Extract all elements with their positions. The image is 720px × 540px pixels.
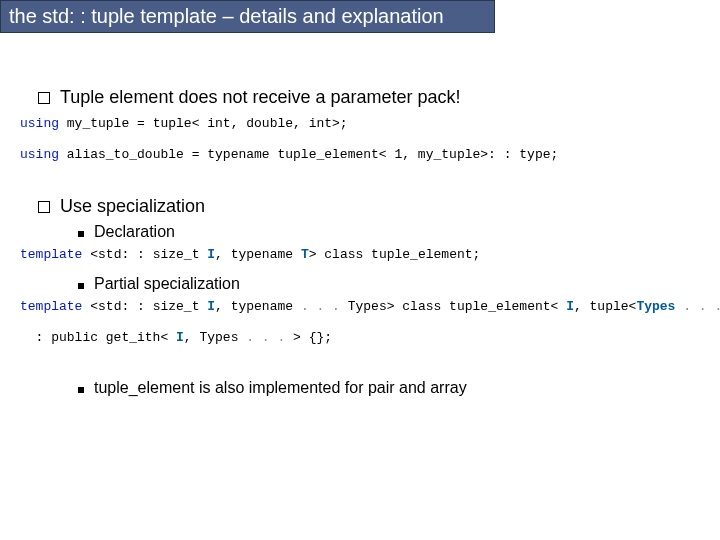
code-text: > class tuple_element; [309, 247, 481, 262]
code-block-1: using my_tuple = tuple< int, double, int… [20, 114, 710, 135]
type-param: I [207, 247, 215, 262]
code-block-2: using alias_to_double = typename tuple_e… [20, 145, 710, 166]
small-square-icon [78, 387, 84, 393]
ellipsis: . . . [675, 299, 720, 314]
type-param: I [566, 299, 574, 314]
square-bullet-icon [38, 92, 50, 104]
code-text: > {}; [285, 330, 332, 345]
bullet-2-text: Use specialization [60, 196, 205, 217]
code-block-4: template <std: : size_t I, typename . . … [20, 297, 710, 318]
type-param: Types [636, 299, 675, 314]
type-param: I [207, 299, 215, 314]
title-bar: the std: : tuple template – details and … [0, 0, 495, 33]
sub-bullet-3-text: tuple_element is also implemented for pa… [94, 379, 467, 397]
small-square-icon [78, 231, 84, 237]
code-text: <std: : size_t [82, 247, 207, 262]
code-text: , Types [184, 330, 246, 345]
code-text: , tuple< [574, 299, 636, 314]
bullet-2: Use specialization [38, 196, 710, 217]
keyword-template: template [20, 299, 82, 314]
sub-bullet-2: Partial specialization [78, 275, 710, 293]
type-param: I [176, 330, 184, 345]
code-text: , typename [215, 299, 301, 314]
bullet-1: Tuple element does not receive a paramet… [38, 87, 710, 108]
code-block-3: template <std: : size_t I, typename T> c… [20, 245, 710, 266]
sub-bullet-1: Declaration [78, 223, 710, 241]
code-text: : public get_ith< [20, 330, 176, 345]
code-block-5: : public get_ith< I, Types . . . > {}; [20, 328, 710, 349]
code-text: my_tuple = tuple< int, double, int>; [59, 116, 348, 131]
square-bullet-icon [38, 201, 50, 213]
keyword-using: using [20, 147, 59, 162]
type-param: T [301, 247, 309, 262]
ellipsis: . . . [246, 330, 285, 345]
code-text: Types> class tuple_element< [340, 299, 566, 314]
sub-bullet-1-text: Declaration [94, 223, 175, 241]
code-text: , typename [215, 247, 301, 262]
code-text: <std: : size_t [82, 299, 207, 314]
ellipsis: . . . [301, 299, 340, 314]
title-text: the std: : tuple template – details and … [9, 5, 444, 27]
small-square-icon [78, 283, 84, 289]
bullet-1-text: Tuple element does not receive a paramet… [60, 87, 461, 108]
keyword-template: template [20, 247, 82, 262]
code-text: alias_to_double = typename tuple_element… [59, 147, 558, 162]
slide-content: Tuple element does not receive a paramet… [0, 33, 720, 397]
sub-bullet-3: tuple_element is also implemented for pa… [78, 379, 710, 397]
keyword-using: using [20, 116, 59, 131]
sub-bullet-2-text: Partial specialization [94, 275, 240, 293]
